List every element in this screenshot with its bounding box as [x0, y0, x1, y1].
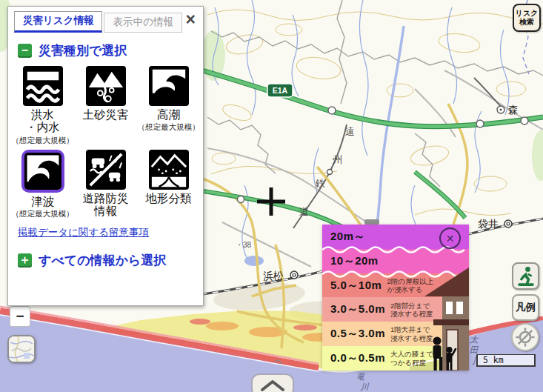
legend-row: 10～20m [322, 249, 469, 273]
expressway-badge: E1A [267, 84, 293, 97]
label-spot-height: ・38 [236, 241, 252, 249]
svg-text:田: 田 [470, 345, 479, 354]
lake [244, 256, 264, 266]
svg-text:遠: 遠 [345, 126, 355, 137]
section-title: すべての情報から選択 [39, 252, 166, 269]
disaster-type-terrain[interactable]: 地形分類 [137, 150, 200, 219]
close-icon[interactable]: × [186, 11, 196, 28]
disaster-type-landslide[interactable]: 土砂災害 [74, 66, 137, 146]
tunnel-marker [364, 219, 379, 225]
tab-disaster-risk-info[interactable]: 災害リスク情報 [14, 11, 102, 33]
section-title: 災害種別で選択 [39, 42, 127, 59]
svg-text:鉄: 鉄 [315, 178, 325, 189]
terrain-icon [149, 150, 189, 190]
hazard-map-app: E1A 森 袋井 浜松 ・38 遠 州 鉄 道 太 田 川 竜 川 [0, 0, 543, 392]
svg-text:竜: 竜 [356, 372, 366, 381]
legend-row: 0.5～3.0m 1階天井まで浸水する程度 [322, 322, 469, 346]
risk-search-button[interactable]: リスク 検索 [513, 4, 541, 32]
flood-icon [23, 66, 63, 106]
landslide-icon [86, 66, 126, 106]
legend-row: 0.0～0.5m 大人の膝までつかる程度 [322, 346, 469, 371]
svg-text:州: 州 [333, 154, 342, 165]
location-disabled-icon [514, 326, 536, 348]
collapse-panel-button[interactable] [251, 373, 294, 392]
svg-text:E1A: E1A [273, 86, 288, 95]
storm-surge-icon [149, 66, 189, 106]
svg-text:太: 太 [470, 335, 479, 344]
disaster-type-road[interactable]: 道路防災情報 [74, 150, 137, 219]
evacuation-button[interactable] [512, 262, 539, 290]
disaster-type-grid: 洪水・内水 （想定最大規模） 土砂災害 [8, 66, 203, 219]
gps-locate-button[interactable] [511, 323, 539, 351]
map-scale-bar: 5 km [476, 354, 536, 367]
legend-close-icon[interactable]: ✕ [439, 227, 461, 249]
minimap-button[interactable] [7, 335, 36, 363]
legend-row: 5.0～10m 2階の屋根以上が浸水する [322, 273, 469, 298]
section-select-by-type[interactable]: − 災害種別で選択 [18, 42, 203, 59]
label-hamamatsu: 浜松 [263, 270, 284, 282]
label-mori: 森 [508, 104, 519, 116]
road-hazard-icon [86, 150, 126, 190]
chevron-up-icon [256, 378, 289, 392]
section-select-from-all[interactable]: ＋ すべての情報から選択 [18, 252, 203, 269]
legend-toggle-button[interactable]: 凡例 [512, 294, 539, 321]
tsunami-icon [24, 153, 61, 190]
panel-tabbar: 災害リスク情報 表示中の情報 × [8, 7, 203, 33]
collapse-icon[interactable]: − [18, 44, 32, 58]
svg-text:道: 道 [299, 206, 309, 217]
running-person-icon [515, 265, 537, 288]
disaster-info-panel: 災害リスク情報 表示中の情報 × − 災害種別で選択 洪水・内水 （想定最大規模… [7, 6, 204, 306]
zoom-out-button[interactable]: − [10, 306, 30, 327]
disaster-type-tsunami[interactable]: 津波 （想定最大規模） [11, 150, 74, 219]
disaster-type-flood[interactable]: 洪水・内水 （想定最大規模） [11, 66, 74, 146]
legend-row: 3.0～5.0m 2階部分まで浸水する程度 [322, 297, 469, 322]
expand-icon[interactable]: ＋ [18, 253, 32, 268]
tsunami-depth-legend: 20m～ 10～20m 5.0～10m 2階の屋根以上が浸水する 3.0～5.0… [322, 225, 469, 371]
label-fukuroi: 袋井 [478, 218, 499, 230]
disaster-type-storm-surge[interactable]: 高潮 （想定最大規模） [137, 66, 200, 146]
svg-text:川: 川 [360, 382, 370, 391]
minimap-thumbnail [9, 336, 34, 362]
selected-indicator [21, 150, 64, 193]
tab-displayed-info[interactable]: 表示中の情報 [104, 13, 181, 33]
data-notice-link[interactable]: 掲載データに関する留意事項 [18, 226, 203, 239]
